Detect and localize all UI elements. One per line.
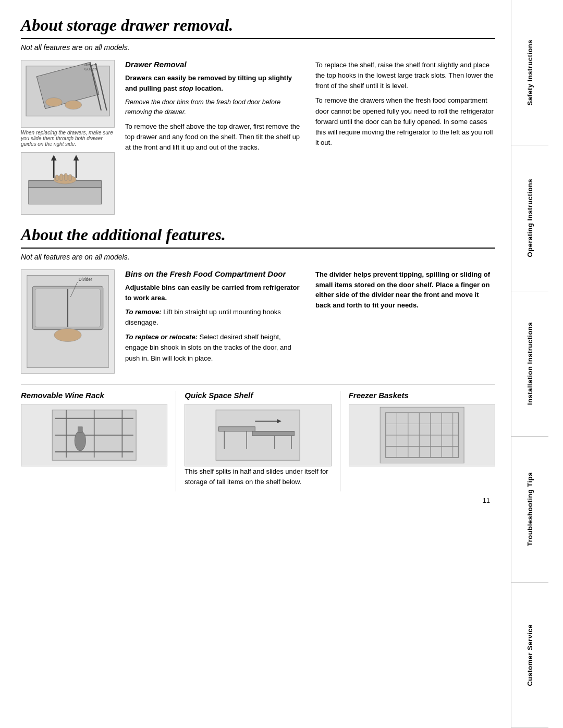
drawer-body1: To remove the shelf above the top drawer… — [125, 121, 305, 153]
svg-point-33 — [75, 430, 85, 451]
quick-shelf-image — [185, 404, 331, 466]
sidebar-section-safety: Safety Instructions — [511, 0, 548, 145]
svg-text:Divider: Divider — [79, 277, 92, 282]
bins-bold-text: Adjustable bins can easily be carried fr… — [125, 282, 305, 303]
drawer-text-content: Drawer Removal Drawers can easily be rem… — [125, 60, 495, 215]
bins-heading: Bins on the Fresh Food Compartment Door — [125, 269, 305, 278]
sidebar-section-installation: Installation Instructions — [511, 291, 548, 437]
drawer-removal-heading: Drawer Removal — [125, 60, 305, 69]
sidebar-label-customer: Customer Service — [526, 624, 534, 686]
drawer-bold-text: Drawers can easily be removed by tilting… — [125, 73, 305, 93]
svg-rect-34 — [78, 427, 83, 433]
drawer-section: Drawer Guides When replacing the drawers… — [21, 60, 495, 215]
bins-col-1: Bins on the Fresh Food Compartment Door … — [125, 269, 305, 374]
drawer-italic-text: Remove the door bins from the fresh food… — [125, 97, 305, 117]
svg-rect-15 — [55, 175, 58, 181]
page-number: 11 — [21, 497, 495, 504]
svg-marker-13 — [74, 155, 79, 161]
quick-shelf-col: Quick Space Shelf — [185, 391, 340, 491]
sidebar-section-customer: Customer Service — [511, 583, 548, 728]
drawer-images: Drawer Guides When replacing the drawers… — [21, 60, 115, 215]
freezer-image — [349, 404, 495, 466]
page-wrapper: About storage drawer removal. Not all fe… — [0, 0, 563, 728]
bins-divider-text: The divider helps prevent tipping, spill… — [315, 269, 495, 310]
additional-section: About the additional features. Not all f… — [21, 225, 495, 491]
drawer-replace-text: To replace the shelf, raise the shelf fr… — [315, 60, 495, 91]
main-content: About storage drawer removal. Not all fe… — [0, 0, 511, 728]
wine-rack-heading: Removable Wine Rack — [21, 391, 167, 400]
svg-text:Guides: Guides — [84, 67, 97, 71]
wine-rack-col: Removable Wine Rack — [21, 391, 176, 491]
drawer-bottom-image — [21, 152, 115, 215]
svg-rect-36 — [219, 427, 255, 431]
svg-rect-37 — [252, 431, 294, 436]
svg-marker-11 — [51, 155, 57, 161]
sidebar-label-operating: Operating Instructions — [526, 179, 534, 257]
right-sidebar: Safety Instructions Operating Instructio… — [511, 0, 548, 728]
bins-img-box: Divider — [21, 269, 115, 374]
drawer-top-caption: When replacing the drawers, make sure yo… — [21, 130, 115, 147]
drawer-top-image: Drawer Guides — [21, 60, 115, 128]
svg-point-7 — [65, 101, 82, 109]
additional-section-divider — [21, 248, 495, 249]
bins-image: Divider — [21, 269, 115, 374]
svg-rect-17 — [65, 174, 67, 181]
freezer-heading: Freezer Baskets — [349, 391, 495, 400]
bins-col-2: The divider helps prevent tipping, spill… — [315, 269, 495, 374]
quick-shelf-body: This shelf splits in half and slides und… — [185, 466, 331, 487]
svg-rect-9 — [29, 188, 101, 204]
sidebar-label-troubleshooting: Troubleshooting Tips — [526, 472, 534, 546]
sidebar-section-troubleshooting: Troubleshooting Tips — [511, 437, 548, 582]
additional-section-title: About the additional features. — [21, 225, 495, 244]
quick-shelf-heading: Quick Space Shelf — [185, 391, 331, 400]
sidebar-label-safety: Safety Instructions — [526, 40, 534, 106]
drawer-col-1: Drawer Removal Drawers can easily be rem… — [125, 60, 305, 215]
svg-point-23 — [54, 329, 81, 342]
drawer-col-2: To replace the shelf, raise the shelf fr… — [315, 60, 495, 215]
bins-section: Divider Bins on the Fresh Food Compartme… — [21, 269, 495, 374]
additional-subtitle: Not all features are on all models. — [21, 253, 495, 261]
svg-rect-18 — [69, 175, 71, 181]
sidebar-section-operating: Operating Instructions — [511, 145, 548, 291]
bins-replace-text: To replace or relocate: Select desired s… — [125, 332, 305, 363]
drawer-subtitle: Not all features are on all models. — [21, 43, 495, 52]
drawer-remove-text: To remove the drawers when the fresh foo… — [315, 95, 495, 148]
sidebar-label-installation: Installation Instructions — [526, 322, 534, 405]
svg-point-6 — [45, 97, 62, 106]
bins-remove-text: To remove: Lift bin straight up until mo… — [125, 307, 305, 328]
wine-rack-image — [21, 404, 167, 466]
freezer-col: Freezer Baskets — [349, 391, 495, 491]
bottom-row: Removable Wine Rack — [21, 384, 495, 491]
svg-rect-16 — [60, 174, 63, 181]
bins-text-content: Bins on the Fresh Food Compartment Door … — [125, 269, 495, 374]
section-divider — [21, 38, 495, 39]
drawer-section-title: About storage drawer removal. — [21, 16, 495, 35]
